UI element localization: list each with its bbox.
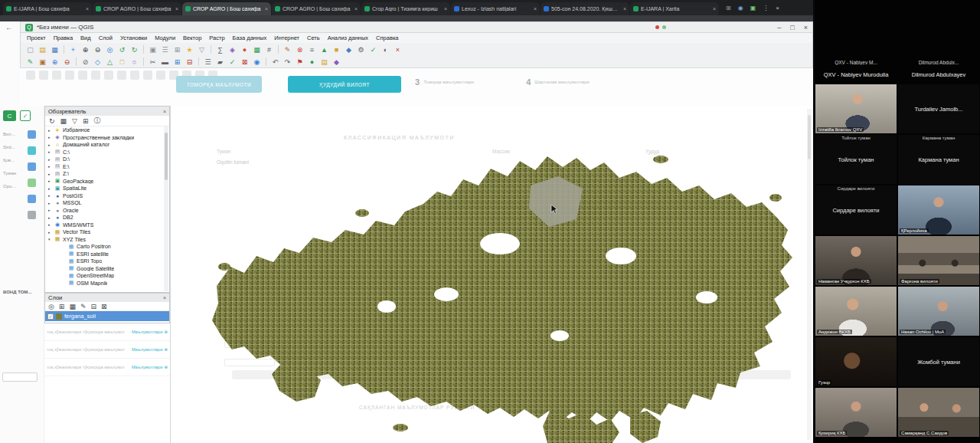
menu-item[interactable]: Слой (99, 34, 113, 41)
expander-icon[interactable]: ▾ (48, 237, 52, 241)
toolbar-icon[interactable]: ◆ (344, 44, 354, 54)
toolbar-icon[interactable]: ⚙ (356, 44, 366, 54)
toolbar-icon[interactable]: ▤ (319, 57, 329, 67)
toolbar-icon[interactable]: ⊠ (240, 57, 250, 67)
menu-item[interactable]: Проект (27, 34, 46, 41)
toolbar-icon[interactable]: ▢ (25, 44, 35, 54)
browser-tree-item[interactable]: ▸ ● MSSQL (45, 199, 164, 207)
video-tile[interactable]: Hasan Ochilov | MoA Hasan Ochilov | MoA (898, 287, 979, 336)
panel-icon[interactable]: ↻ (49, 117, 55, 125)
video-tile[interactable]: Izzatilla Ikramov QXV Izzatilla Ikramov … (815, 84, 897, 133)
save-badge[interactable]: С (3, 110, 16, 121)
expander-icon[interactable]: ▸ (48, 172, 52, 176)
video-tile[interactable]: ҚРерлойиха ҚРерлойиха (898, 185, 979, 235)
sidebar-icon[interactable] (28, 211, 36, 219)
browser-tab[interactable]: CROP AGRO | Бош сахифа × (272, 2, 361, 15)
toolbar-icon[interactable]: ⋮ (763, 5, 769, 11)
toolbar-icon[interactable]: # (264, 44, 274, 54)
layer-checkbox[interactable]: ✓ (47, 313, 54, 320)
menu-item[interactable]: Модули (155, 34, 175, 41)
toolbar-icon[interactable]: ▽ (197, 44, 207, 54)
webpage-button[interactable]: ҲУДУДИЙ ВИЛОЯТ (288, 76, 401, 93)
toolbar-icon[interactable]: ▬ (160, 57, 170, 67)
browser-tab[interactable]: E-IJARA | Бош сахифа × (3, 2, 92, 15)
toolbar-icon[interactable]: ★ (185, 44, 194, 54)
toolbar-icon[interactable]: ✎ (283, 44, 292, 54)
toolbar-icon[interactable]: ⊗ (295, 44, 305, 54)
browser-tree-item[interactable]: ▸ ▦ Vector Tiles (45, 228, 164, 236)
scrollbar[interactable] (164, 126, 168, 291)
toolbar-icon[interactable]: △ (105, 57, 115, 67)
video-tile[interactable]: Фарғона вилояти Фарғона вилояти (898, 236, 979, 285)
expander-icon[interactable]: ▸ (48, 143, 52, 147)
panel-icon[interactable]: ⊠ (101, 303, 107, 310)
close-icon[interactable]: × (163, 109, 166, 114)
tab-close-icon[interactable]: × (354, 6, 358, 11)
panel-icon[interactable]: ⊞ (59, 303, 65, 310)
scrollbar-thumb[interactable] (165, 133, 168, 180)
toolbar-icon[interactable]: ↷ (283, 57, 292, 67)
browser-tab[interactable]: Lexuz - Izlash natijalari × (451, 2, 540, 15)
browser-tab[interactable]: 505-сон 24.08.2020. Қишлоқ × (541, 2, 629, 15)
toolbar-icon[interactable]: ▰ (215, 57, 225, 67)
expander-icon[interactable]: ▸ (48, 186, 52, 191)
toolbar-icon[interactable]: × (776, 5, 779, 11)
menu-item[interactable]: Сеть (307, 34, 320, 41)
check-icon[interactable]: ✓ (20, 110, 31, 121)
expander-icon[interactable]: ▸ (48, 201, 52, 205)
toolbar-icon[interactable]: ◉ (738, 5, 743, 11)
toolbar-icon[interactable]: ◇ (93, 57, 103, 67)
toolbar-icon[interactable]: ⊕ (50, 57, 60, 67)
sidebar-icon[interactable] (28, 130, 36, 139)
toolbar-icon[interactable]: × (393, 44, 403, 54)
browser-tree-item[interactable]: ▸ ▣ SpatiaLite (45, 185, 164, 192)
sidebar-icon[interactable] (28, 146, 36, 155)
toolbar-icon[interactable]: ◎ (105, 44, 115, 54)
toolbar-icon[interactable]: ◉ (252, 57, 262, 67)
menu-item[interactable]: Справка (376, 34, 398, 41)
tab-close-icon[interactable]: × (713, 6, 716, 11)
video-tile[interactable]: Кармана туман Кармана туман Кармана тума… (898, 135, 979, 184)
browser-tree-item[interactable]: ▸ ● Oracle (45, 207, 164, 215)
toolbar-icon[interactable]: ☰ (160, 44, 170, 54)
toolbar-icon[interactable]: ⊕ (80, 44, 90, 54)
browser-tree-item[interactable]: ▸ ▤ C:\ (45, 149, 164, 156)
video-tile[interactable]: Turdaliev Jamolb... Turdaliev Jamolb... (898, 84, 979, 133)
menu-item[interactable]: Вид (80, 34, 91, 41)
toolbar-icon[interactable]: ⊞ (172, 57, 182, 67)
toolbar-icon[interactable]: □ (117, 57, 127, 67)
back-icon[interactable]: ← (5, 23, 13, 31)
toolbar-icon[interactable]: ✓ (368, 44, 378, 54)
browser-tree-item[interactable]: ▦ ESRI Topo (45, 258, 164, 265)
tab-close-icon[interactable]: × (86, 6, 89, 11)
toolbar-icon[interactable]: ⊞ (172, 44, 182, 54)
row-link[interactable]: Маълумотлари ⊕ (132, 330, 168, 334)
panel-icon[interactable]: ◎ (48, 303, 54, 310)
toolbar-icon[interactable]: ↶ (270, 57, 280, 67)
toolbar-icon[interactable]: ⊖ (62, 57, 72, 67)
browser-tree-item[interactable]: ▸ ▣ GeoPackage (45, 178, 164, 185)
expander-icon[interactable]: ▸ (48, 179, 52, 183)
toolbar-icon[interactable]: ✂ (148, 57, 158, 67)
menu-item[interactable]: База данных (233, 34, 267, 41)
toolbar-icon[interactable]: ▦ (252, 44, 262, 54)
layer-item-fergana-soil[interactable]: ✓ fergana_soil (45, 311, 169, 321)
menu-item[interactable]: Растр (209, 34, 224, 41)
expander-icon[interactable]: ▸ (48, 193, 52, 198)
toolbar-icon[interactable]: ● (240, 44, 250, 54)
soil-map[interactable] (171, 106, 813, 443)
panel-icon[interactable]: ✎ (80, 303, 87, 310)
toolbar-icon[interactable]: ⊘ (80, 57, 90, 67)
video-tile[interactable]: Қизириқ КХБ Қизириқ КХБ (815, 388, 897, 437)
menu-item[interactable]: Установки (120, 34, 147, 41)
toolbar-icon[interactable]: ↻ (129, 44, 139, 54)
browser-tree-item[interactable]: ▦ Google Satellite (45, 265, 164, 273)
tab-close-icon[interactable]: × (623, 6, 626, 11)
toolbar-icon[interactable]: ▣ (38, 57, 47, 67)
panel-icon[interactable]: □ (790, 24, 794, 31)
toolbar-icon[interactable]: ✎ (25, 57, 35, 67)
webpage-button[interactable]: ТОМОРҚА МАЪЛУМОТИ (176, 76, 262, 93)
toolbar-icon[interactable]: ▤ (38, 44, 47, 54)
browser-tab[interactable]: E-IJARA | Xarita × (630, 2, 719, 15)
close-icon[interactable]: × (163, 295, 166, 300)
